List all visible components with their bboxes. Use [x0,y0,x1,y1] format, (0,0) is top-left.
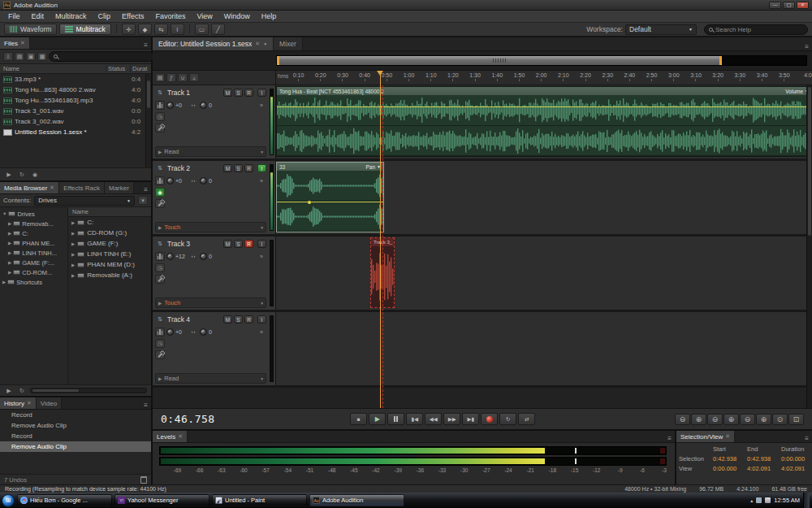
envelope-keyframe[interactable] [308,201,311,204]
move-to-previous-button[interactable]: ▮◀ [406,413,423,425]
loop-preview-button[interactable]: ↻ [17,170,27,179]
monitor-input-button[interactable]: I [257,315,266,323]
solo-button[interactable]: S [234,315,243,323]
history-item[interactable]: Record [0,431,151,441]
pan-knob[interactable] [200,102,207,109]
start-button[interactable]: ⊞ [2,494,15,507]
panel-menu-icon[interactable]: ≡ [801,435,812,442]
filter-icon[interactable]: ▾ [138,196,148,205]
view-end[interactable]: 4:02.091 [747,465,781,472]
contents-dropdown[interactable]: Drives ▼ [34,196,135,206]
more-icon[interactable]: » [257,176,266,185]
multitrack-view-button[interactable]: Multitrack [59,24,110,35]
wrench-icon[interactable] [155,199,165,208]
tree-item-shortcuts[interactable]: ▶ Shortcuts [0,277,67,287]
drive-row[interactable]: ▶ CD-ROM (G:) [68,228,151,238]
menu-item[interactable]: Window [218,11,256,21]
selection-end[interactable]: 0:42.938 [747,455,781,462]
envelope-selector[interactable]: Volume▼ [785,89,809,94]
move-to-next-button[interactable]: ▶▮ [462,413,479,425]
chevron-down-icon[interactable]: ▾ [261,301,263,306]
file-row[interactable]: 33.mp3 * 0:4 [0,74,151,85]
zoom-in-button[interactable]: ⊕ [691,414,706,425]
view-duration[interactable]: 4:02.091 [781,465,812,472]
selection-duration[interactable]: 0:00.000 [781,455,812,462]
chevron-down-icon[interactable]: ▾ [261,225,263,230]
automation-mode-dropdown[interactable]: ▶ Read ▾ [155,373,266,384]
file-row[interactable]: Track 3_002.wav 0:0 [0,116,151,127]
panel-menu-icon[interactable]: ≡ [140,41,151,49]
drive-row[interactable]: ▶ PHAN MEM (D:) [68,259,151,270]
zoom-full-button[interactable]: ⊡ [788,414,804,425]
tree-item[interactable]: ▶ C: [0,228,67,238]
media-horizontal-scrollbar[interactable] [30,388,147,393]
pan-knob[interactable] [200,328,207,336]
mute-button[interactable]: M [223,89,232,97]
track-drag-icon[interactable]: ⇅ [155,164,165,173]
wrench-icon[interactable] [155,350,165,359]
import-file-button[interactable]: ⇩ [3,52,13,61]
taskbar-item-yahoo[interactable]: Y! Yahoo! Messenger [114,494,209,506]
taskbar-item-audition[interactable]: Au Adobe Audition [309,494,404,506]
clip-indicator[interactable] [660,448,665,454]
audio-clip[interactable]: 33 Pan▼ [276,162,384,232]
volume-knob[interactable] [166,102,174,109]
taskbar-item-chrome[interactable]: Hiếu Bơn - Google ... [17,494,112,506]
panel-menu-icon[interactable]: ≡ [801,43,812,50]
automation-mode-dropdown[interactable]: ▶ Read ▾ [155,146,266,157]
expand-icon[interactable]: ▶ [71,231,75,236]
pencil-tool-button[interactable]: ╱ [211,24,225,35]
metronome-icon[interactable]: ▵ [189,73,199,82]
close-icon[interactable]: ✕ [255,41,260,47]
stop-button[interactable]: ■ [350,413,367,425]
expand-icon[interactable]: ▶ [71,273,75,278]
slip-tool-button[interactable]: ⇆ [154,24,168,35]
files-search-input[interactable] [60,53,149,60]
minimize-button[interactable]: — [769,2,781,9]
menu-item[interactable]: File [2,11,26,21]
rewind-button[interactable]: ◀◀ [425,413,442,425]
tree-item[interactable]: ▶ PHAN ME... [0,238,67,248]
workspace-dropdown[interactable]: Default ▼ [625,24,697,35]
menu-item[interactable]: Multitrack [50,11,93,21]
pause-button[interactable] [387,413,404,425]
more-icon[interactable]: » [257,101,266,110]
zoom-scroll-bar[interactable] [276,55,807,66]
monitor-active-icon[interactable]: ◉ [155,188,165,197]
column-name[interactable]: Name [3,65,106,72]
pan-envelope-line[interactable] [277,202,383,202]
mixer-icon[interactable] [155,101,165,110]
loop-preview-button[interactable]: ↻ [17,386,27,395]
file-row[interactable]: Tong Hu...863] 48000 2.wav 4:0 [0,85,151,95]
show-desktop-button[interactable] [803,493,810,508]
record-arm-button[interactable]: R [244,164,253,172]
monitor-input-button[interactable]: I [257,89,266,97]
mute-button[interactable]: M [223,315,232,323]
mixer-icon[interactable] [155,252,165,261]
mixer-icon[interactable] [155,176,165,185]
automation-mode-dropdown[interactable]: ▶ Touch ▾ [155,297,266,308]
panel-menu-icon[interactable]: ≡ [140,402,151,409]
search-help-input[interactable] [715,26,803,33]
files-scrollbar[interactable] [145,74,151,167]
wrench-icon[interactable] [155,124,165,132]
menu-item[interactable]: Effects [116,11,149,21]
files-column-headers[interactable]: Name Status Durat [0,64,151,74]
monitor-input-button[interactable]: I [257,240,266,248]
chevron-down-icon[interactable]: ▾ [261,150,263,154]
file-row[interactable]: Tong Hu...553461863].mp3 4:0 [0,95,151,106]
chevron-down-icon[interactable]: ▼ [263,41,267,46]
zoom-out-vertical-button[interactable]: ⊖ [740,414,755,425]
drive-row[interactable]: ▶ Removable (A:) [68,270,151,280]
grid-icon[interactable]: ▤ [155,73,165,82]
expand-icon[interactable]: ▶ [158,376,162,381]
trash-icon[interactable] [140,476,147,484]
track-name[interactable]: Track 2 [167,164,190,172]
close-icon[interactable]: ✕ [20,40,25,46]
tab-levels[interactable]: Levels ✕ [153,431,188,442]
insert-into-multitrack-button[interactable]: ▣ [26,52,36,61]
playhead[interactable] [380,71,381,408]
pan-knob[interactable] [200,253,207,260]
record-button[interactable] [481,413,498,425]
maximize-button[interactable]: ▢ [783,2,795,9]
